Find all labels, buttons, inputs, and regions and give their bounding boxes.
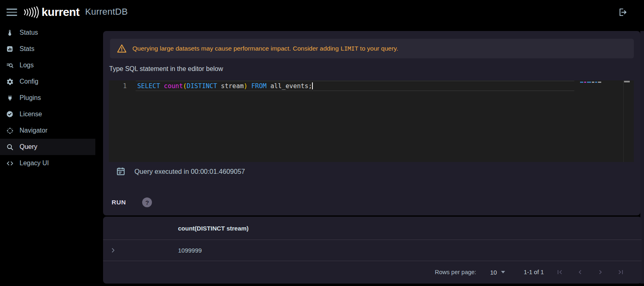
sidebar-item-label: Navigator	[20, 127, 47, 134]
brand-name: kurrent	[42, 6, 79, 19]
sidebar-item-navigator[interactable]: Navigator	[0, 122, 95, 139]
rows-per-page-value: 10	[490, 269, 497, 276]
sidebar-item-label: Config	[20, 78, 38, 85]
run-button[interactable]: RUN	[111, 196, 127, 208]
sidebar-item-label: Query	[20, 143, 37, 151]
sidebar: Status Stats Logs Confi	[0, 24, 95, 286]
execution-status-row: Query executed in 00:00:01.4609057	[116, 166, 245, 177]
first-page-button[interactable]	[549, 265, 570, 279]
sidebar-item-config[interactable]: Config	[0, 73, 95, 90]
column-header: count(DISTINCT stream)	[178, 225, 248, 232]
previous-page-button[interactable]	[570, 265, 590, 279]
performance-warning-banner: Querying large datasets may cause perfor…	[110, 39, 634, 58]
sql-statement[interactable]: SELECT count(DISTINCT stream) FROM all_e…	[137, 81, 313, 91]
license-badge-icon	[6, 110, 14, 118]
query-panel: Querying large datasets may cause perfor…	[103, 31, 640, 215]
warning-text: Querying large datasets may cause perfor…	[132, 45, 398, 52]
results-header-row: count(DISTINCT stream)	[103, 217, 642, 240]
run-row: RUN ?	[111, 196, 152, 208]
scrollbar-thumb[interactable]	[624, 81, 630, 82]
sql-code-editor[interactable]: 1 SELECT count(DISTINCT stream) FROM all…	[109, 80, 634, 162]
sidebar-item-license[interactable]: License	[0, 106, 95, 122]
sidebar-item-query[interactable]: Query	[0, 139, 95, 155]
bar-chart-icon	[6, 45, 14, 53]
search-icon	[6, 143, 14, 151]
sidebar-item-logs[interactable]: Logs	[0, 57, 95, 73]
sidebar-item-label: Legacy UI	[20, 160, 49, 167]
logout-icon[interactable]	[617, 7, 628, 18]
gear-icon	[6, 78, 14, 86]
execution-time-icon	[116, 166, 126, 177]
table-row: 1099999	[103, 240, 642, 261]
warning-triangle-icon	[116, 43, 127, 54]
editor-instruction-label: Type SQL statement in the editor below	[109, 65, 223, 73]
scrollbar-track	[623, 80, 624, 162]
sidebar-item-plugins[interactable]: Plugins	[0, 90, 95, 106]
limit-keyword: LIMIT	[341, 45, 358, 52]
sidebar-item-label: Status	[20, 29, 38, 36]
navigator-dots-icon	[6, 126, 14, 135]
text-cursor	[312, 82, 313, 89]
help-icon[interactable]: ?	[142, 197, 152, 207]
sidebar-item-label: Stats	[20, 45, 34, 53]
thermometer-icon	[6, 29, 14, 37]
sidebar-item-status[interactable]: Status	[0, 24, 95, 41]
line-number: 1	[109, 81, 127, 91]
top-bar: kurrent KurrentDB	[0, 0, 644, 24]
cell-value: 1099999	[178, 247, 202, 254]
page-range-label: 1-1 of 1	[524, 269, 544, 275]
sidebar-item-legacy-ui[interactable]: Legacy UI	[0, 155, 95, 171]
app-title: KurrentDB	[85, 7, 128, 17]
rows-per-page-label: Rows per page:	[435, 269, 477, 275]
kurrent-logo: kurrent	[23, 4, 79, 20]
chevron-down-icon	[501, 271, 505, 273]
log-search-icon	[6, 61, 14, 69]
pagination-bar: Rows per page: 10 1-1 of 1	[103, 261, 642, 283]
menu-icon[interactable]	[7, 7, 18, 17]
sidebar-item-label: Plugins	[20, 94, 41, 102]
sidebar-item-stats[interactable]: Stats	[0, 41, 95, 57]
sidebar-item-label: Logs	[20, 62, 34, 69]
kurrent-waves-icon	[23, 5, 40, 20]
sidebar-item-label: License	[20, 111, 42, 118]
row-expand-chevron-icon[interactable]	[108, 246, 118, 255]
minimap[interactable]	[580, 82, 601, 83]
rows-per-page-select[interactable]: 10	[490, 269, 505, 276]
next-page-button[interactable]	[590, 265, 611, 279]
code-brackets-icon	[6, 159, 14, 167]
last-page-button[interactable]	[611, 265, 631, 279]
execution-status-text: Query executed in 00:00:01.4609057	[134, 168, 245, 175]
plug-icon	[6, 94, 14, 102]
pagination-controls	[549, 265, 631, 279]
results-table: count(DISTINCT stream) 1099999 Rows per …	[103, 217, 642, 284]
